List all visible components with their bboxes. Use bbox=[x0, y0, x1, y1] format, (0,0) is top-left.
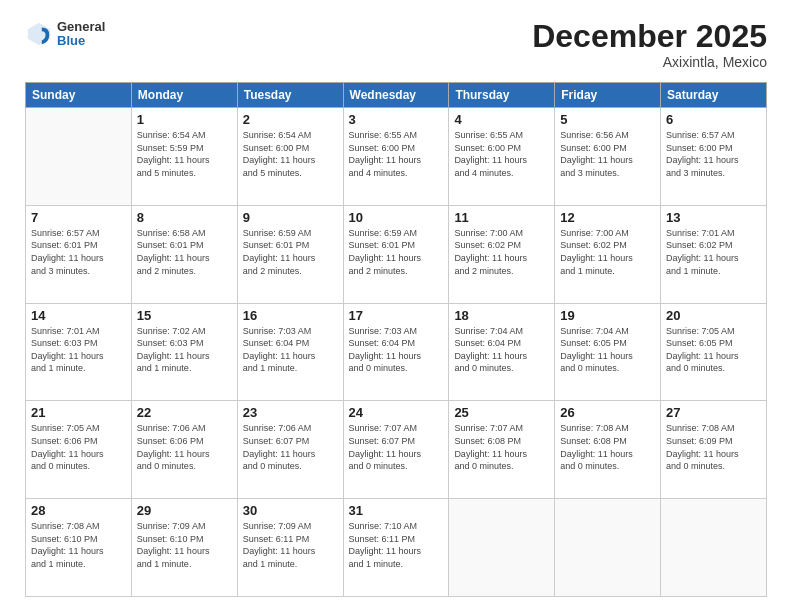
week-row-4: 21Sunrise: 7:05 AM Sunset: 6:06 PM Dayli… bbox=[26, 401, 767, 499]
day-info: Sunrise: 6:58 AM Sunset: 6:01 PM Dayligh… bbox=[137, 227, 232, 277]
logo-blue-text: Blue bbox=[57, 34, 105, 48]
day-number: 23 bbox=[243, 405, 338, 420]
day-info: Sunrise: 7:08 AM Sunset: 6:10 PM Dayligh… bbox=[31, 520, 126, 570]
location-subtitle: Axixintla, Mexico bbox=[532, 54, 767, 70]
table-row: 4Sunrise: 6:55 AM Sunset: 6:00 PM Daylig… bbox=[449, 108, 555, 206]
day-number: 13 bbox=[666, 210, 761, 225]
day-number: 21 bbox=[31, 405, 126, 420]
table-row bbox=[661, 499, 767, 597]
day-number: 11 bbox=[454, 210, 549, 225]
table-row: 1Sunrise: 6:54 AM Sunset: 5:59 PM Daylig… bbox=[131, 108, 237, 206]
day-number: 3 bbox=[349, 112, 444, 127]
table-row: 22Sunrise: 7:06 AM Sunset: 6:06 PM Dayli… bbox=[131, 401, 237, 499]
day-info: Sunrise: 7:00 AM Sunset: 6:02 PM Dayligh… bbox=[454, 227, 549, 277]
day-number: 10 bbox=[349, 210, 444, 225]
table-row: 24Sunrise: 7:07 AM Sunset: 6:07 PM Dayli… bbox=[343, 401, 449, 499]
day-info: Sunrise: 6:57 AM Sunset: 6:00 PM Dayligh… bbox=[666, 129, 761, 179]
table-row: 29Sunrise: 7:09 AM Sunset: 6:10 PM Dayli… bbox=[131, 499, 237, 597]
table-row: 26Sunrise: 7:08 AM Sunset: 6:08 PM Dayli… bbox=[555, 401, 661, 499]
day-number: 5 bbox=[560, 112, 655, 127]
table-row: 8Sunrise: 6:58 AM Sunset: 6:01 PM Daylig… bbox=[131, 205, 237, 303]
day-number: 6 bbox=[666, 112, 761, 127]
title-area: December 2025 Axixintla, Mexico bbox=[532, 20, 767, 70]
day-info: Sunrise: 7:05 AM Sunset: 6:06 PM Dayligh… bbox=[31, 422, 126, 472]
day-info: Sunrise: 6:57 AM Sunset: 6:01 PM Dayligh… bbox=[31, 227, 126, 277]
logo: General Blue bbox=[25, 20, 105, 49]
week-row-5: 28Sunrise: 7:08 AM Sunset: 6:10 PM Dayli… bbox=[26, 499, 767, 597]
table-row: 10Sunrise: 6:59 AM Sunset: 6:01 PM Dayli… bbox=[343, 205, 449, 303]
day-number: 18 bbox=[454, 308, 549, 323]
day-number: 4 bbox=[454, 112, 549, 127]
month-title: December 2025 bbox=[532, 20, 767, 52]
table-row: 21Sunrise: 7:05 AM Sunset: 6:06 PM Dayli… bbox=[26, 401, 132, 499]
day-info: Sunrise: 7:06 AM Sunset: 6:07 PM Dayligh… bbox=[243, 422, 338, 472]
logo-general-text: General bbox=[57, 20, 105, 34]
day-number: 24 bbox=[349, 405, 444, 420]
day-info: Sunrise: 7:04 AM Sunset: 6:04 PM Dayligh… bbox=[454, 325, 549, 375]
table-row: 9Sunrise: 6:59 AM Sunset: 6:01 PM Daylig… bbox=[237, 205, 343, 303]
table-row bbox=[555, 499, 661, 597]
day-number: 29 bbox=[137, 503, 232, 518]
table-row: 14Sunrise: 7:01 AM Sunset: 6:03 PM Dayli… bbox=[26, 303, 132, 401]
day-number: 14 bbox=[31, 308, 126, 323]
table-row: 23Sunrise: 7:06 AM Sunset: 6:07 PM Dayli… bbox=[237, 401, 343, 499]
day-info: Sunrise: 6:56 AM Sunset: 6:00 PM Dayligh… bbox=[560, 129, 655, 179]
day-number: 19 bbox=[560, 308, 655, 323]
day-info: Sunrise: 6:59 AM Sunset: 6:01 PM Dayligh… bbox=[243, 227, 338, 277]
table-row: 20Sunrise: 7:05 AM Sunset: 6:05 PM Dayli… bbox=[661, 303, 767, 401]
table-row: 25Sunrise: 7:07 AM Sunset: 6:08 PM Dayli… bbox=[449, 401, 555, 499]
day-number: 20 bbox=[666, 308, 761, 323]
day-number: 28 bbox=[31, 503, 126, 518]
day-info: Sunrise: 7:01 AM Sunset: 6:02 PM Dayligh… bbox=[666, 227, 761, 277]
day-number: 22 bbox=[137, 405, 232, 420]
table-row bbox=[26, 108, 132, 206]
header: General Blue December 2025 Axixintla, Me… bbox=[25, 20, 767, 70]
day-number: 1 bbox=[137, 112, 232, 127]
day-number: 25 bbox=[454, 405, 549, 420]
day-number: 7 bbox=[31, 210, 126, 225]
day-info: Sunrise: 7:02 AM Sunset: 6:03 PM Dayligh… bbox=[137, 325, 232, 375]
day-info: Sunrise: 7:06 AM Sunset: 6:06 PM Dayligh… bbox=[137, 422, 232, 472]
day-number: 2 bbox=[243, 112, 338, 127]
table-row: 12Sunrise: 7:00 AM Sunset: 6:02 PM Dayli… bbox=[555, 205, 661, 303]
table-row bbox=[449, 499, 555, 597]
day-number: 27 bbox=[666, 405, 761, 420]
day-info: Sunrise: 7:08 AM Sunset: 6:08 PM Dayligh… bbox=[560, 422, 655, 472]
day-info: Sunrise: 6:59 AM Sunset: 6:01 PM Dayligh… bbox=[349, 227, 444, 277]
col-tuesday: Tuesday bbox=[237, 83, 343, 108]
table-row: 5Sunrise: 6:56 AM Sunset: 6:00 PM Daylig… bbox=[555, 108, 661, 206]
day-info: Sunrise: 7:01 AM Sunset: 6:03 PM Dayligh… bbox=[31, 325, 126, 375]
table-row: 30Sunrise: 7:09 AM Sunset: 6:11 PM Dayli… bbox=[237, 499, 343, 597]
table-row: 6Sunrise: 6:57 AM Sunset: 6:00 PM Daylig… bbox=[661, 108, 767, 206]
logo-icon bbox=[25, 20, 53, 48]
day-number: 15 bbox=[137, 308, 232, 323]
page: General Blue December 2025 Axixintla, Me… bbox=[0, 0, 792, 612]
table-row: 15Sunrise: 7:02 AM Sunset: 6:03 PM Dayli… bbox=[131, 303, 237, 401]
table-row: 31Sunrise: 7:10 AM Sunset: 6:11 PM Dayli… bbox=[343, 499, 449, 597]
col-monday: Monday bbox=[131, 83, 237, 108]
day-number: 31 bbox=[349, 503, 444, 518]
day-info: Sunrise: 7:07 AM Sunset: 6:08 PM Dayligh… bbox=[454, 422, 549, 472]
day-number: 17 bbox=[349, 308, 444, 323]
col-sunday: Sunday bbox=[26, 83, 132, 108]
table-row: 19Sunrise: 7:04 AM Sunset: 6:05 PM Dayli… bbox=[555, 303, 661, 401]
calendar-table: Sunday Monday Tuesday Wednesday Thursday… bbox=[25, 82, 767, 597]
col-wednesday: Wednesday bbox=[343, 83, 449, 108]
col-friday: Friday bbox=[555, 83, 661, 108]
table-row: 11Sunrise: 7:00 AM Sunset: 6:02 PM Dayli… bbox=[449, 205, 555, 303]
day-info: Sunrise: 7:04 AM Sunset: 6:05 PM Dayligh… bbox=[560, 325, 655, 375]
table-row: 2Sunrise: 6:54 AM Sunset: 6:00 PM Daylig… bbox=[237, 108, 343, 206]
day-info: Sunrise: 7:08 AM Sunset: 6:09 PM Dayligh… bbox=[666, 422, 761, 472]
table-row: 3Sunrise: 6:55 AM Sunset: 6:00 PM Daylig… bbox=[343, 108, 449, 206]
day-info: Sunrise: 6:55 AM Sunset: 6:00 PM Dayligh… bbox=[349, 129, 444, 179]
day-info: Sunrise: 7:07 AM Sunset: 6:07 PM Dayligh… bbox=[349, 422, 444, 472]
day-info: Sunrise: 7:09 AM Sunset: 6:11 PM Dayligh… bbox=[243, 520, 338, 570]
day-info: Sunrise: 6:54 AM Sunset: 5:59 PM Dayligh… bbox=[137, 129, 232, 179]
day-number: 9 bbox=[243, 210, 338, 225]
table-row: 13Sunrise: 7:01 AM Sunset: 6:02 PM Dayli… bbox=[661, 205, 767, 303]
day-number: 12 bbox=[560, 210, 655, 225]
day-info: Sunrise: 7:10 AM Sunset: 6:11 PM Dayligh… bbox=[349, 520, 444, 570]
day-info: Sunrise: 7:03 AM Sunset: 6:04 PM Dayligh… bbox=[243, 325, 338, 375]
day-info: Sunrise: 7:00 AM Sunset: 6:02 PM Dayligh… bbox=[560, 227, 655, 277]
day-number: 30 bbox=[243, 503, 338, 518]
